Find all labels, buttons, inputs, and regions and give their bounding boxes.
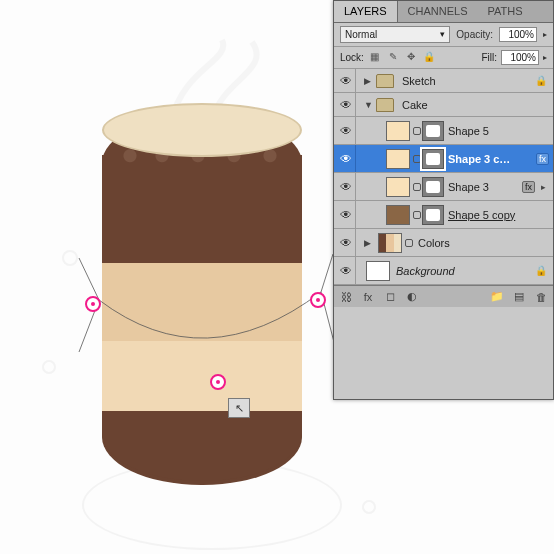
folder-icon [376, 74, 394, 88]
layer-thumbnail[interactable] [386, 149, 410, 169]
anchor-point[interactable] [310, 292, 326, 308]
layer-shape-5-copy[interactable]: 👁 Shape 5 copy [334, 201, 553, 229]
opacity-stepper[interactable]: ▸ [543, 30, 547, 39]
visibility-toggle[interactable]: 👁 [336, 93, 356, 116]
lock-all-icon[interactable]: 🔒 [422, 51, 436, 65]
link-icon[interactable] [413, 211, 421, 219]
layers-list: 👁 ▶ Sketch 🔒 👁 ▼ Cake 👁 Shape 5 👁 S [334, 69, 553, 285]
layer-name[interactable]: Shape 3 [448, 181, 489, 193]
visibility-toggle[interactable]: 👁 [336, 69, 356, 92]
lock-brush-icon[interactable]: ✎ [386, 51, 400, 65]
layer-thumbnail[interactable] [386, 177, 410, 197]
new-layer-icon[interactable]: ▤ [511, 289, 527, 305]
layer-name[interactable]: Shape 3 c… [448, 153, 510, 165]
blend-opacity-row: Normal Opacity: 100% ▸ [334, 23, 553, 47]
adjustment-layer-icon[interactable]: ◐ [404, 289, 420, 305]
new-group-icon[interactable]: 📁 [489, 289, 505, 305]
layer-group-sketch[interactable]: 👁 ▶ Sketch 🔒 [334, 69, 553, 93]
panel-tabs: LAYERS CHANNELS PATHS [334, 1, 553, 23]
layer-name[interactable]: Colors [418, 237, 450, 249]
tab-paths[interactable]: PATHS [478, 1, 533, 22]
layer-shape-3[interactable]: 👁 Shape 3 fx ▸ [334, 173, 553, 201]
layer-name[interactable]: Shape 5 [448, 125, 489, 137]
link-icon[interactable] [413, 127, 421, 135]
lock-fill-row: Lock: ▦ ✎ ✥ 🔒 Fill: 100% ▸ [334, 47, 553, 69]
link-icon[interactable] [405, 239, 413, 247]
layer-background[interactable]: 👁 Background 🔒 [334, 257, 553, 285]
layer-name[interactable]: Background [396, 265, 455, 277]
illustration [32, 20, 332, 540]
lock-icon: 🔒 [535, 75, 547, 86]
lock-transparency-icon[interactable]: ▦ [368, 51, 382, 65]
blend-mode-select[interactable]: Normal [340, 26, 450, 43]
layer-shape-5[interactable]: 👁 Shape 5 [334, 117, 553, 145]
layer-thumbnail[interactable] [366, 261, 390, 281]
bubble [42, 360, 56, 374]
layers-panel: LAYERS CHANNELS PATHS Normal Opacity: 10… [333, 0, 554, 400]
vector-mask[interactable] [422, 121, 444, 141]
layer-style-icon[interactable]: fx [360, 289, 376, 305]
fx-badge[interactable]: fx [536, 153, 549, 165]
chevron-down-icon[interactable]: ▼ [364, 100, 376, 110]
layer-group-cake[interactable]: 👁 ▼ Cake [334, 93, 553, 117]
vector-mask[interactable] [422, 177, 444, 197]
direct-selection-cursor: ↖ [228, 398, 250, 418]
panel-footer: ⛓ fx ◻ ◐ 📁 ▤ 🗑 [334, 285, 553, 307]
tab-layers[interactable]: LAYERS [334, 1, 398, 22]
visibility-toggle[interactable]: 👁 [336, 257, 356, 284]
tab-channels[interactable]: CHANNELS [398, 1, 478, 22]
layer-name[interactable]: Sketch [402, 75, 436, 87]
layer-mask-icon[interactable]: ◻ [382, 289, 398, 305]
delete-layer-icon[interactable]: 🗑 [533, 289, 549, 305]
layer-shape-3-copy[interactable]: 👁 Shape 3 c… fx [334, 145, 553, 173]
visibility-toggle[interactable]: 👁 [336, 229, 356, 256]
link-icon[interactable] [413, 183, 421, 191]
visibility-toggle[interactable]: 👁 [336, 145, 356, 172]
visibility-toggle[interactable]: 👁 [336, 117, 356, 144]
lock-label: Lock: [340, 52, 364, 63]
bubble [62, 250, 78, 266]
fill-field[interactable]: 100% [501, 50, 539, 65]
fill-stepper[interactable]: ▸ [543, 53, 547, 62]
lock-move-icon[interactable]: ✥ [404, 51, 418, 65]
folder-icon [376, 98, 394, 112]
lock-icon: 🔒 [535, 265, 547, 276]
opacity-field[interactable]: 100% [499, 27, 537, 42]
layer-thumbnail[interactable] [386, 121, 410, 141]
opacity-label: Opacity: [456, 29, 493, 40]
link-layers-icon[interactable]: ⛓ [338, 289, 354, 305]
vector-mask[interactable] [422, 149, 444, 169]
layer-thumbnail[interactable] [378, 233, 402, 253]
vector-mask[interactable] [422, 205, 444, 225]
chevron-right-icon[interactable]: ▶ [364, 238, 376, 248]
bubble [362, 500, 376, 514]
link-icon[interactable] [413, 155, 421, 163]
anchor-point[interactable] [210, 374, 226, 390]
fx-badge[interactable]: fx [522, 181, 535, 193]
fx-chevron-icon[interactable]: ▸ [541, 182, 553, 192]
visibility-toggle[interactable]: 👁 [336, 201, 356, 228]
chevron-right-icon[interactable]: ▶ [364, 76, 376, 86]
layer-thumbnail[interactable] [386, 205, 410, 225]
cup-body [102, 115, 302, 485]
layer-colors[interactable]: 👁 ▶ Colors [334, 229, 553, 257]
layer-name[interactable]: Cake [402, 99, 428, 111]
anchor-point[interactable] [85, 296, 101, 312]
visibility-toggle[interactable]: 👁 [336, 173, 356, 200]
fill-label: Fill: [481, 52, 497, 63]
layer-name[interactable]: Shape 5 copy [448, 209, 515, 221]
